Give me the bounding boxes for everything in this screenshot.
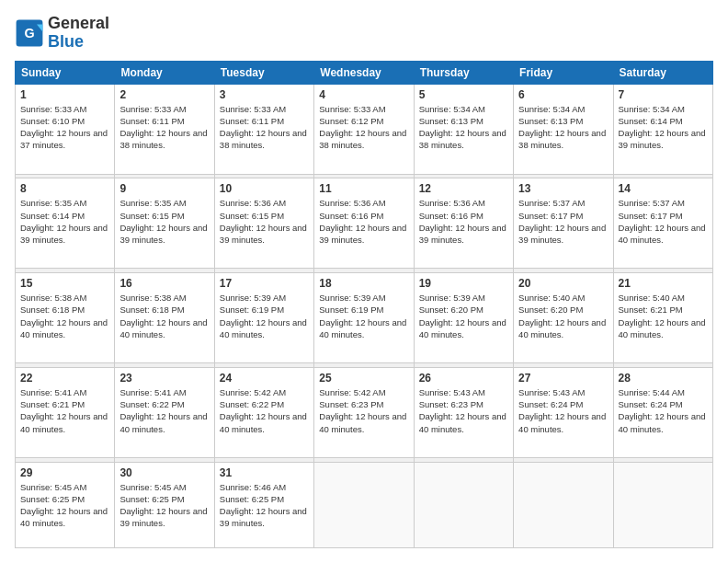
day-info: Sunrise: 5:40 AM Sunset: 6:21 PM Dayligh…	[619, 292, 708, 340]
sunset-label: Sunset: 6:14 PM	[20, 211, 85, 221]
sunset-label: Sunset: 6:16 PM	[319, 211, 383, 221]
sunset-label: Sunset: 6:19 PM	[319, 304, 383, 315]
daylight-label: Daylight: 12 hours and 40 minutes.	[419, 411, 506, 433]
day-number: 21	[619, 277, 708, 290]
day-info: Sunrise: 5:34 AM Sunset: 6:14 PM Dayligh…	[619, 103, 708, 152]
sunrise-label: Sunrise: 5:42 AM	[220, 387, 286, 397]
header-sunday: Sunday	[16, 61, 115, 84]
daylight-label: Daylight: 12 hours and 40 minutes.	[518, 317, 606, 339]
svg-text:G: G	[24, 26, 34, 40]
calendar-cell: 5 Sunrise: 5:34 AM Sunset: 6:13 PM Dayli…	[414, 84, 513, 174]
logo-blue: Blue	[48, 33, 109, 52]
calendar-cell: 31 Sunrise: 5:46 AM Sunset: 6:25 PM Dayl…	[214, 462, 313, 547]
sunset-label: Sunset: 6:18 PM	[119, 304, 184, 315]
day-number: 23	[119, 372, 209, 385]
day-number: 18	[319, 277, 408, 290]
sunset-label: Sunset: 6:19 PM	[220, 304, 284, 315]
week-row-4: 22 Sunrise: 5:41 AM Sunset: 6:21 PM Dayl…	[16, 367, 713, 457]
sunset-label: Sunset: 6:10 PM	[20, 116, 85, 126]
calendar-cell: 6 Sunrise: 5:34 AM Sunset: 6:13 PM Dayli…	[514, 84, 613, 174]
day-info: Sunrise: 5:33 AM Sunset: 6:10 PM Dayligh…	[20, 103, 109, 152]
sunset-label: Sunset: 6:16 PM	[419, 211, 483, 221]
daylight-label: Daylight: 12 hours and 38 minutes.	[220, 128, 307, 150]
sunset-label: Sunset: 6:15 PM	[220, 211, 284, 221]
day-info: Sunrise: 5:46 AM Sunset: 6:25 PM Dayligh…	[220, 481, 309, 530]
sunrise-label: Sunrise: 5:33 AM	[220, 104, 286, 114]
sunrise-label: Sunrise: 5:38 AM	[119, 293, 186, 303]
calendar-page: G General Blue Sunday Monday Tuesday Wed…	[0, 0, 728, 563]
day-number: 5	[419, 88, 508, 101]
sunrise-label: Sunrise: 5:33 AM	[20, 104, 86, 114]
header-thursday: Thursday	[414, 61, 513, 84]
sunrise-label: Sunrise: 5:35 AM	[20, 198, 86, 208]
sunrise-label: Sunrise: 5:34 AM	[518, 104, 585, 114]
day-number: 22	[20, 372, 109, 385]
day-info: Sunrise: 5:45 AM Sunset: 6:25 PM Dayligh…	[20, 481, 109, 530]
day-info: Sunrise: 5:41 AM Sunset: 6:22 PM Dayligh…	[119, 386, 209, 435]
sunset-label: Sunset: 6:22 PM	[220, 399, 284, 409]
sunrise-label: Sunrise: 5:34 AM	[619, 104, 685, 114]
sunrise-label: Sunrise: 5:43 AM	[419, 387, 485, 397]
sunset-label: Sunset: 6:23 PM	[319, 399, 383, 409]
header-friday: Friday	[514, 61, 613, 84]
calendar-cell: 13 Sunrise: 5:37 AM Sunset: 6:17 PM Dayl…	[514, 178, 613, 269]
calendar-cell: 12 Sunrise: 5:36 AM Sunset: 6:16 PM Dayl…	[414, 178, 513, 269]
sunrise-label: Sunrise: 5:39 AM	[220, 293, 286, 303]
day-number: 12	[419, 182, 508, 195]
sunset-label: Sunset: 6:15 PM	[119, 211, 184, 221]
day-info: Sunrise: 5:38 AM Sunset: 6:18 PM Dayligh…	[119, 292, 209, 340]
daylight-label: Daylight: 12 hours and 40 minutes.	[220, 411, 307, 433]
day-info: Sunrise: 5:37 AM Sunset: 6:17 PM Dayligh…	[518, 197, 608, 246]
day-number: 13	[518, 182, 608, 195]
calendar-cell	[314, 462, 414, 547]
sunset-label: Sunset: 6:12 PM	[319, 116, 383, 126]
calendar-cell	[414, 462, 513, 547]
calendar-cell: 2 Sunrise: 5:33 AM Sunset: 6:11 PM Dayli…	[115, 84, 214, 174]
sunrise-label: Sunrise: 5:36 AM	[220, 198, 286, 208]
sunset-label: Sunset: 6:24 PM	[518, 399, 583, 409]
day-number: 15	[20, 277, 109, 290]
calendar-cell: 3 Sunrise: 5:33 AM Sunset: 6:11 PM Dayli…	[214, 84, 313, 174]
sunrise-label: Sunrise: 5:33 AM	[119, 104, 186, 114]
calendar-cell: 25 Sunrise: 5:42 AM Sunset: 6:23 PM Dayl…	[314, 367, 414, 457]
calendar-cell: 15 Sunrise: 5:38 AM Sunset: 6:18 PM Dayl…	[16, 273, 115, 363]
sunrise-label: Sunrise: 5:33 AM	[319, 104, 385, 114]
daylight-label: Daylight: 12 hours and 40 minutes.	[619, 223, 706, 245]
day-info: Sunrise: 5:45 AM Sunset: 6:25 PM Dayligh…	[119, 481, 209, 530]
sunrise-label: Sunrise: 5:40 AM	[518, 293, 585, 303]
day-number: 1	[20, 88, 109, 101]
sunset-label: Sunset: 6:21 PM	[20, 399, 85, 409]
sunset-label: Sunset: 6:13 PM	[419, 116, 483, 126]
day-number: 20	[518, 277, 608, 290]
day-info: Sunrise: 5:36 AM Sunset: 6:16 PM Dayligh…	[319, 197, 408, 246]
header-saturday: Saturday	[613, 61, 712, 84]
sunset-label: Sunset: 6:20 PM	[419, 304, 483, 315]
daylight-label: Daylight: 12 hours and 38 minutes.	[319, 128, 406, 150]
sunrise-label: Sunrise: 5:37 AM	[518, 198, 585, 208]
day-info: Sunrise: 5:33 AM Sunset: 6:11 PM Dayligh…	[220, 103, 309, 152]
daylight-label: Daylight: 12 hours and 40 minutes.	[319, 411, 406, 433]
calendar-cell: 11 Sunrise: 5:36 AM Sunset: 6:16 PM Dayl…	[314, 178, 414, 269]
daylight-label: Daylight: 12 hours and 40 minutes.	[518, 411, 606, 433]
day-number: 8	[20, 182, 109, 195]
sunset-label: Sunset: 6:14 PM	[619, 116, 683, 126]
sunset-label: Sunset: 6:17 PM	[619, 211, 683, 221]
day-number: 6	[518, 88, 608, 101]
daylight-label: Daylight: 12 hours and 39 minutes.	[518, 223, 606, 245]
day-number: 30	[119, 466, 209, 479]
header-monday: Monday	[115, 61, 214, 84]
sunrise-label: Sunrise: 5:40 AM	[619, 293, 685, 303]
logo-general: General	[48, 15, 109, 33]
daylight-label: Daylight: 12 hours and 39 minutes.	[220, 506, 307, 528]
sunrise-label: Sunrise: 5:35 AM	[119, 198, 186, 208]
day-number: 31	[220, 466, 309, 479]
day-number: 17	[220, 277, 309, 290]
sunrise-label: Sunrise: 5:46 AM	[220, 482, 286, 492]
day-number: 11	[319, 182, 408, 195]
calendar-cell: 9 Sunrise: 5:35 AM Sunset: 6:15 PM Dayli…	[115, 178, 214, 269]
daylight-label: Daylight: 12 hours and 38 minutes.	[119, 128, 207, 150]
week-row-2: 8 Sunrise: 5:35 AM Sunset: 6:14 PM Dayli…	[16, 178, 713, 269]
daylight-label: Daylight: 12 hours and 40 minutes.	[20, 411, 108, 433]
day-info: Sunrise: 5:38 AM Sunset: 6:18 PM Dayligh…	[20, 292, 109, 340]
sunset-label: Sunset: 6:24 PM	[619, 399, 683, 409]
